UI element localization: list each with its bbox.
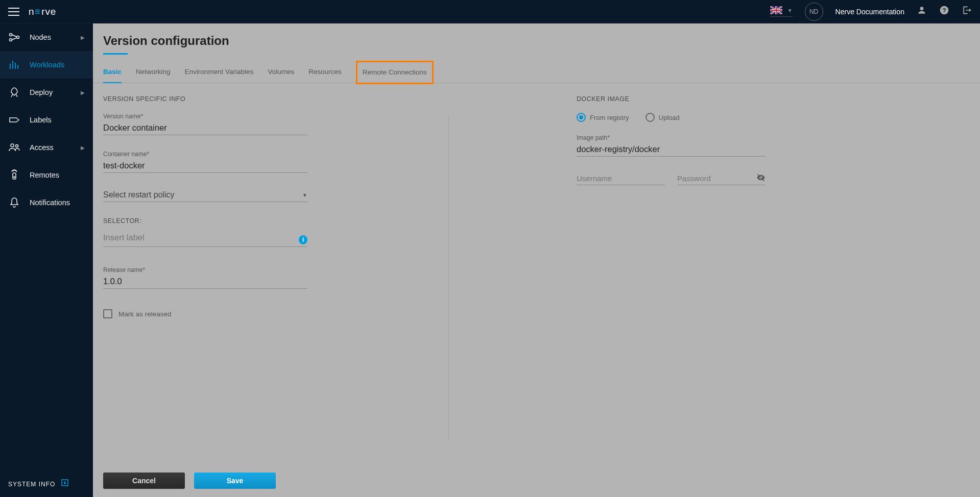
sidebar-item-labels[interactable]: Labels: [0, 106, 93, 134]
svg-text:?: ?: [942, 7, 946, 13]
chevron-right-icon: ▶: [81, 35, 85, 40]
svg-text:n: n: [29, 6, 34, 17]
mark-released-label: Mark as released: [118, 310, 172, 318]
top-header: n≡rve ▼ ND Nerve Documentation ?: [0, 0, 980, 23]
container-name-label: Container name*: [103, 151, 348, 158]
svg-point-4: [920, 7, 924, 10]
docker-image-heading: DOCKER IMAGE: [577, 95, 766, 103]
user-avatar[interactable]: ND: [805, 3, 823, 21]
svg-rect-12: [13, 173, 16, 179]
chevron-right-icon: ▶: [81, 90, 85, 95]
tab-volumes[interactable]: Volumes: [268, 68, 294, 83]
svg-text:≡: ≡: [35, 6, 41, 17]
menu-toggle-icon[interactable]: [8, 8, 19, 16]
sidebar-item-label: Deploy: [30, 88, 53, 96]
sidebar-item-workloads[interactable]: Workloads: [0, 51, 93, 79]
remotes-icon: [8, 169, 20, 181]
tab-resources[interactable]: Resources: [308, 68, 342, 83]
svg-point-7: [10, 34, 12, 36]
radio-upload-label: Upload: [659, 114, 680, 121]
release-name-input[interactable]: [103, 275, 307, 289]
container-name-input[interactable]: [103, 159, 307, 173]
svg-point-9: [17, 36, 19, 39]
labels-icon: [8, 114, 20, 126]
selector-input[interactable]: [103, 231, 295, 244]
radio-unselected-icon: [646, 113, 655, 122]
save-button[interactable]: Save: [194, 473, 276, 489]
selector-heading: SELECTOR:: [103, 217, 348, 225]
language-selector[interactable]: ▼: [770, 6, 793, 17]
deploy-icon: [8, 86, 20, 98]
sidebar-item-label: Notifications: [30, 198, 70, 207]
brand-logo: n≡rve: [29, 6, 77, 18]
workloads-icon: [8, 59, 20, 71]
svg-text:rve: rve: [41, 6, 56, 17]
sidebar-item-label: Access: [30, 143, 54, 152]
visibility-off-icon[interactable]: [756, 173, 766, 184]
uk-flag-icon: [770, 6, 782, 14]
left-column: VERSION SPECIFIC INFO Version name* Cont…: [103, 95, 348, 318]
main-content: Version configuration Basic Networking E…: [93, 23, 980, 497]
svg-point-13: [14, 177, 15, 178]
user-icon[interactable]: [917, 5, 927, 18]
config-tabs: Basic Networking Environment Variables V…: [93, 55, 980, 83]
sidebar-item-label: Remotes: [30, 171, 59, 179]
system-info-label: SYSTEM INFO: [8, 481, 55, 488]
chevron-down-icon: ▼: [787, 8, 793, 13]
version-name-input[interactable]: [103, 121, 307, 135]
sidebar-item-access[interactable]: Access ▶: [0, 134, 93, 161]
radio-registry-label: From registry: [590, 114, 629, 121]
download-icon: [60, 478, 69, 490]
image-path-input[interactable]: [577, 142, 766, 157]
action-buttons: Cancel Save: [103, 473, 276, 489]
cancel-button[interactable]: Cancel: [103, 473, 185, 489]
caret-down-icon: ▼: [302, 192, 307, 198]
notifications-icon: [8, 196, 20, 209]
nodes-icon: [8, 31, 20, 43]
mark-released-checkbox[interactable]: Mark as released: [103, 309, 348, 318]
help-icon[interactable]: ?: [939, 5, 949, 18]
system-info-button[interactable]: SYSTEM INFO: [8, 478, 69, 490]
sidebar-item-notifications[interactable]: Notifications: [0, 189, 93, 216]
info-icon[interactable]: i: [299, 235, 307, 244]
sidebar-item-deploy[interactable]: Deploy ▶: [0, 79, 93, 106]
tab-env-vars[interactable]: Environment Variables: [185, 68, 254, 83]
sidebar-item-label: Labels: [30, 116, 52, 124]
version-info-heading: VERSION SPECIFIC INFO: [103, 95, 348, 103]
svg-point-10: [11, 144, 14, 147]
username-input[interactable]: [577, 172, 665, 185]
sidebar-item-label: Workloads: [30, 61, 64, 69]
right-column: DOCKER IMAGE From registry Upload Image …: [577, 95, 766, 318]
access-icon: [8, 141, 20, 154]
chevron-right-icon: ▶: [81, 145, 85, 151]
svg-point-8: [10, 39, 12, 41]
tab-networking[interactable]: Networking: [136, 68, 171, 83]
restart-policy-placeholder: Select restart policy: [103, 190, 302, 200]
sidebar: Nodes ▶ Workloads Deploy ▶ Labels Access…: [0, 23, 93, 497]
page-title: Version configuration: [93, 23, 980, 53]
tab-remote-connections[interactable]: Remote Connections: [356, 61, 434, 84]
tab-basic[interactable]: Basic: [103, 68, 122, 83]
checkbox-icon: [103, 309, 112, 318]
radio-upload[interactable]: Upload: [646, 113, 680, 122]
sidebar-item-nodes[interactable]: Nodes ▶: [0, 23, 93, 51]
logout-icon[interactable]: [962, 5, 972, 18]
sidebar-item-remotes[interactable]: Remotes: [0, 161, 93, 189]
radio-from-registry[interactable]: From registry: [577, 113, 629, 122]
svg-point-11: [16, 145, 18, 147]
documentation-link[interactable]: Nerve Documentation: [835, 8, 904, 16]
radio-selected-icon: [577, 113, 586, 122]
sidebar-item-label: Nodes: [30, 33, 51, 41]
restart-policy-select[interactable]: Select restart policy ▼: [103, 188, 307, 202]
password-input[interactable]: [677, 172, 756, 185]
release-name-label: Release name*: [103, 266, 348, 274]
version-name-label: Version name*: [103, 113, 348, 120]
column-divider: [448, 115, 449, 441]
image-path-label: Image path*: [577, 134, 766, 141]
